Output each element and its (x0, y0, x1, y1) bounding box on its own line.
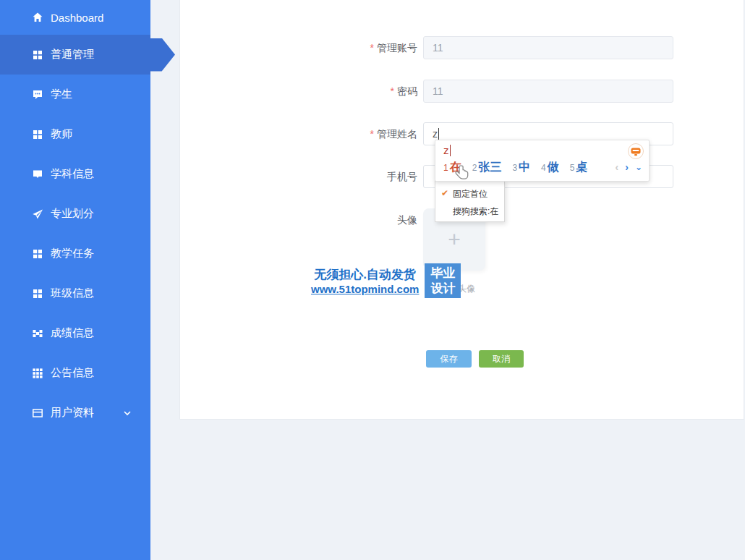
sidebar-item-label: 班级信息 (51, 287, 94, 300)
sidebar-item-label: 公告信息 (51, 366, 94, 380)
ime-candidate-2[interactable]: 2张三 (472, 160, 502, 175)
sidebar-item-label: Dashboard (51, 12, 103, 24)
sidebar-item-label: 学生 (51, 88, 72, 101)
grid-icon (32, 49, 43, 61)
cross-blocks-icon (32, 328, 43, 339)
sidebar-item-notice-info[interactable]: 公告信息 (0, 353, 150, 393)
password-input[interactable] (423, 80, 673, 103)
ime-caret (450, 145, 451, 156)
check-icon: ✔ (441, 188, 448, 198)
sidebar-item-label: 专业划分 (51, 207, 94, 221)
ime-submenu: ✔ 固定首位 搜狗搜索:在 (435, 180, 505, 222)
ime-nav: ‹ › ⌄ (616, 161, 642, 173)
ime-candidate-5[interactable]: 5桌 (570, 160, 588, 175)
sogou-ime-icon[interactable] (628, 143, 644, 159)
sidebar-item-label: 用户资料 (51, 406, 94, 420)
password-label: *密码 (273, 80, 417, 103)
save-button[interactable]: 保存 (426, 350, 472, 368)
selected-item-arrow (150, 38, 175, 72)
sidebar-item-class-info[interactable]: 班级信息 (0, 273, 150, 313)
grid-icon (32, 248, 43, 260)
ime-candidate-4[interactable]: 4做 (541, 160, 559, 175)
sidebar-item-students[interactable]: 学生 (0, 75, 150, 114)
grid-icon (32, 129, 43, 140)
grid-icon (32, 288, 43, 300)
sidebar-item-common-manage[interactable]: 普通管理 (0, 35, 150, 75)
chat-dots-icon (32, 89, 43, 101)
sidebar: Dashboard 普通管理 学生 教师 学科信息 专业划分 (0, 0, 150, 560)
cancel-button[interactable]: 取消 (479, 350, 524, 368)
ime-composition: z (443, 144, 451, 156)
required-marker: * (391, 85, 394, 97)
plus-icon: + (448, 229, 461, 250)
ime-menu-item-sogou-search[interactable]: 搜狗搜索:在 (435, 204, 504, 219)
sidebar-item-subject-info[interactable]: 学科信息 (0, 154, 150, 194)
ime-candidate-popup: z 1在 2张三 3中 4做 5桌 ‹ › ⌄ (435, 140, 650, 182)
watermark-badge: 毕业 设计 (425, 263, 461, 298)
avatar-label: 头像 (273, 208, 417, 232)
expand-icon[interactable]: ⌄ (635, 162, 642, 172)
ime-candidates: 1在 2张三 3中 4做 5桌 (443, 160, 587, 175)
required-marker: * (370, 128, 374, 140)
text-caret (438, 128, 439, 140)
phone-label: 手机号 (273, 165, 417, 188)
watermark-banner: 无须担心.自动发货 www.51topmind.com 毕业 设计 (305, 263, 461, 299)
account-label: *管理账号 (273, 36, 417, 59)
sidebar-item-score-info[interactable]: 成绩信息 (0, 313, 150, 353)
sidebar-item-teachers[interactable]: 教师 (0, 114, 150, 154)
account-input[interactable] (423, 36, 673, 59)
ime-menu-item-pin-first[interactable]: ✔ 固定首位 (435, 187, 504, 201)
sidebar-item-teaching-tasks[interactable]: 教学任务 (0, 234, 150, 273)
home-icon (32, 12, 43, 23)
sidebar-item-label: 教学任务 (51, 247, 94, 260)
paper-plane-icon (32, 208, 43, 220)
chevron-down-icon (123, 409, 132, 417)
sidebar-item-label: 普通管理 (51, 48, 94, 61)
next-page-icon[interactable]: › (625, 161, 629, 173)
required-marker: * (370, 42, 374, 54)
admin-name-label: *管理姓名 (273, 122, 417, 145)
grid9-icon (32, 368, 43, 379)
sidebar-item-label: 教师 (51, 127, 72, 141)
ime-candidate-3[interactable]: 3中 (512, 160, 530, 175)
sidebar-item-label: 学科信息 (51, 167, 94, 181)
card-icon (32, 407, 43, 419)
prev-page-icon[interactable]: ‹ (616, 161, 619, 173)
sidebar-item-dashboard[interactable]: Dashboard (0, 0, 150, 35)
sidebar-item-user-profile[interactable]: 用户资料 (0, 393, 150, 433)
watermark-text: 无须担心.自动发货 www.51topmind.com (305, 266, 425, 299)
chat-square-icon (32, 169, 43, 180)
ime-candidate-1[interactable]: 1在 (443, 160, 461, 175)
sidebar-item-major-division[interactable]: 专业划分 (0, 194, 150, 234)
sidebar-item-label: 成绩信息 (51, 326, 94, 340)
